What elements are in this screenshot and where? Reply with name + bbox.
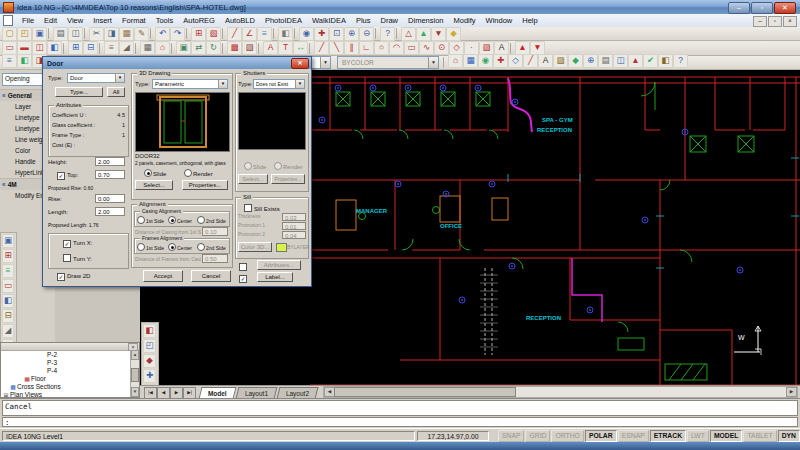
status-toggle[interactable]: ORTHO [551,430,583,442]
toolbar-icon[interactable]: ⊙ [434,41,449,55]
toolbar-icon[interactable]: ◇ [508,54,523,68]
toolbar-icon[interactable]: ◫ [68,27,83,41]
type-button[interactable]: Type... [55,87,103,97]
toolbar-icon[interactable]: ▼ [431,27,446,41]
toolbar-icon[interactable]: A [263,41,278,55]
toolbar-icon[interactable]: ⊟ [83,41,98,55]
toolbar-icon[interactable]: ◆ [446,27,461,41]
toolbar-icon[interactable]: ⊕ [344,27,359,41]
toolbar-icon[interactable] [510,43,514,54]
toolbar-icon[interactable] [135,43,139,54]
scroll-up-icon[interactable]: ▲ [131,350,139,360]
toolbar-icon[interactable]: ◧ [278,27,293,41]
toolbar-icon[interactable]: ▤ [598,54,613,68]
toolbar-icon[interactable]: ≡ [2,54,17,68]
select-button[interactable]: Select... [135,180,173,190]
chevron-down-icon[interactable]: ▼ [295,80,304,88]
toolbar-icon[interactable]: ≡ [257,27,272,41]
toolbar-icon[interactable]: A [538,54,553,68]
toolbar-icon[interactable] [222,28,226,39]
menu-item[interactable]: Help [517,16,542,25]
toolbar-icon[interactable]: ⌂ [155,41,170,55]
tree-scrollbar[interactable]: ▲ ▼ [130,350,139,397]
menu-item[interactable]: Draw [376,16,404,25]
toolbar-icon[interactable]: ▢ [2,27,17,41]
chevron-down-icon[interactable]: ▼ [428,57,438,68]
frames-center-radio[interactable]: Center [168,243,192,251]
toolbar-icon[interactable]: ▦ [463,54,478,68]
toolbar-icon[interactable]: T [278,41,293,55]
draw-2d-checkbox[interactable]: Draw 2D [57,273,90,281]
toolbar-icon[interactable] [84,28,88,39]
casing-2nd-side-radio[interactable]: 2nd Side [197,216,226,224]
toolbar-icon[interactable]: ▭ [2,279,14,293]
toolbar-icon[interactable]: ✚ [314,27,329,41]
toolbar-icon[interactable]: ⊟ [2,309,14,323]
chevron-down-icon[interactable]: ▼ [115,74,124,82]
toolbar-icon[interactable] [258,43,262,54]
tab-nav-button[interactable]: ▶ [170,387,183,398]
status-toggle[interactable]: GRID [525,430,550,442]
toolbar-icon[interactable]: ◠ [389,41,404,55]
toolbar-icon[interactable] [375,28,379,39]
toolbar-icon[interactable]: ◧ [47,41,62,55]
toolbar-icon[interactable]: ? [380,27,395,41]
cancel-button[interactable]: Cancel [191,270,231,282]
toolbar-icon[interactable]: ⊕ [583,54,598,68]
toolbar-icon[interactable]: ✚ [493,54,508,68]
toolbar-icon[interactable]: ⊖ [359,27,374,41]
toolbar-icon[interactable]: ∥ [344,41,359,55]
toolbar-icon[interactable]: ∿ [419,41,434,55]
toolbar-icon[interactable]: ◉ [478,54,493,68]
toolbar-icon[interactable]: ◰ [17,27,32,41]
toolbar-icon[interactable]: ◢ [119,41,134,55]
scroll-right-icon[interactable]: ▶ [786,387,797,397]
toolbar-icon[interactable]: ∠ [242,27,257,41]
toolbar-icon[interactable]: ↶ [155,27,170,41]
toolbar-icon[interactable]: ◉ [299,27,314,41]
toolbar-icon[interactable]: △ [401,27,416,41]
toolbar-icon[interactable] [396,28,400,39]
toolbar-icon[interactable] [171,43,175,54]
toolbar-icon[interactable]: ◢ [2,324,14,338]
color-dropdown[interactable]: BYCOLOR ▼ [337,56,439,69]
tree-item[interactable]: ▦Floor [1,375,139,383]
status-toggle[interactable]: ETRACK [650,430,686,442]
command-input[interactable]: : [2,417,798,427]
toolbar-icon[interactable] [273,28,277,39]
toolbar-icon[interactable]: ◨ [104,27,119,41]
toolbar-icon[interactable]: ▲ [416,27,431,41]
turn-x-checkbox[interactable]: Turn X: [63,240,92,248]
casing-center-radio[interactable]: Center [168,216,192,224]
label-button[interactable]: Label... [257,272,293,282]
toolbar-icon[interactable]: ≡ [2,264,14,278]
toolbar-icon[interactable]: ▨ [553,54,568,68]
toolbar-icon[interactable]: ◧ [2,294,14,308]
toolbar-icon[interactable]: ◫ [613,54,628,68]
toolbar-icon[interactable]: ▣ [2,234,14,248]
toolbar-icon[interactable]: ↔ [293,41,308,55]
toolbar-icon[interactable]: ◧ [17,54,32,68]
toolbar-icon[interactable]: ◆ [568,54,583,68]
tree-item[interactable]: P-3 [1,359,139,367]
close-icon[interactable]: ✕ [291,58,309,69]
horizontal-scrollbar[interactable]: ◀ ▶ [323,386,798,398]
label-checkbox[interactable] [239,275,249,283]
toolbar-icon[interactable]: ↷ [170,27,185,41]
chevron-down-icon[interactable]: ▼ [320,57,330,68]
toolbar-icon[interactable]: ⌂ [448,54,463,68]
command-history[interactable]: Cancel [2,400,798,416]
toolbar-icon[interactable]: ↻ [206,41,221,55]
all-button[interactable]: All [107,87,125,97]
toolbar-icon[interactable]: ▧ [206,27,221,41]
status-toggle[interactable]: DYN [778,430,800,442]
render-radio[interactable]: Render [184,169,213,177]
toolbar-icon[interactable]: ✂ [89,27,104,41]
chevron-down-icon[interactable]: ▼ [218,80,227,88]
toolbar-icon[interactable]: ✚ [143,369,156,383]
tree-panel-titlebar[interactable]: × [1,343,139,351]
toolbar-icon[interactable] [150,28,154,39]
menu-item[interactable]: Format [117,16,151,25]
top-checkbox[interactable]: Top: [57,172,78,180]
tree-item[interactable]: P-2 [1,351,139,359]
